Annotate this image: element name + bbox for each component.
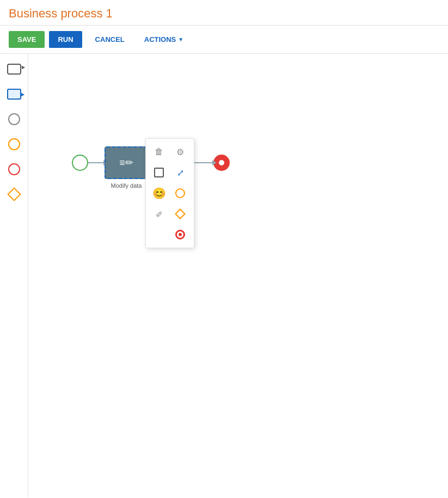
page-title: Business process 1 — [0, 0, 448, 26]
sidebar-item-end-event[interactable] — [4, 159, 24, 179]
process-node-label: Modify data — [111, 182, 142, 189]
sidebar-item-subprocess[interactable] — [4, 84, 24, 104]
start-event-icon — [8, 113, 20, 125]
ctx-settings-button[interactable]: ⚙ — [171, 143, 189, 161]
ctx-move-button[interactable]: ⤢ — [171, 164, 189, 181]
move-icon: ⤢ — [177, 168, 184, 178]
run-button[interactable]: RUN — [49, 31, 82, 48]
ctx-pencil-button[interactable]: ✏ — [150, 205, 168, 223]
actions-button[interactable]: ACTIONS ▼ — [138, 31, 190, 48]
subprocess-icon — [7, 89, 21, 100]
canvas[interactable]: ≡✏ Modify data 🗑 ⚙ ⤢ 😊 — [28, 54, 448, 497]
gear-icon: ⚙ — [176, 147, 184, 157]
trash-icon: 🗑 — [155, 147, 163, 157]
ctx-end-event-button[interactable] — [171, 226, 189, 243]
save-button[interactable]: SAVE — [9, 31, 45, 48]
process-node-icon: ≡✏ — [119, 157, 133, 169]
end-event-context-icon — [175, 230, 185, 239]
ctx-circle-button[interactable] — [171, 185, 189, 202]
task-icon — [7, 64, 21, 75]
process-node[interactable]: ≡✏ Modify data — [105, 146, 148, 179]
end-node-inner — [219, 160, 224, 165]
main-area: ≡✏ Modify data 🗑 ⚙ ⤢ 😊 — [0, 54, 448, 497]
start-node[interactable] — [72, 155, 88, 171]
actions-label: ACTIONS — [144, 35, 176, 44]
end-event-context-inner — [179, 233, 182, 236]
ctx-smiley-button[interactable]: 😊 — [150, 185, 168, 202]
sidebar-item-gateway[interactable] — [4, 185, 24, 204]
task-node-icon — [154, 168, 164, 177]
diamond-icon — [175, 208, 186, 219]
end-event-icon — [8, 163, 20, 175]
sidebar-item-task[interactable] — [4, 59, 24, 79]
toolbar: SAVE RUN CANCEL ACTIONS ▼ — [0, 26, 448, 54]
cancel-button[interactable]: CANCEL — [87, 31, 133, 48]
smiley-icon: 😊 — [152, 187, 166, 200]
ctx-task-button[interactable] — [150, 164, 168, 181]
context-menu: 🗑 ⚙ ⤢ 😊 ✏ — [145, 138, 194, 248]
sidebar — [0, 54, 28, 497]
circle-orange-icon — [175, 188, 185, 198]
intermediate-event-icon — [8, 138, 20, 150]
pencil-icon: ✏ — [153, 208, 165, 220]
sidebar-item-intermediate-event[interactable] — [4, 134, 24, 154]
connector-left — [88, 162, 105, 163]
ctx-diamond-button[interactable] — [171, 205, 189, 223]
gateway-icon — [7, 187, 21, 201]
sidebar-item-start-event[interactable] — [4, 109, 24, 129]
dropdown-arrow-icon: ▼ — [178, 36, 183, 42]
ctx-delete-button[interactable]: 🗑 — [150, 143, 168, 161]
